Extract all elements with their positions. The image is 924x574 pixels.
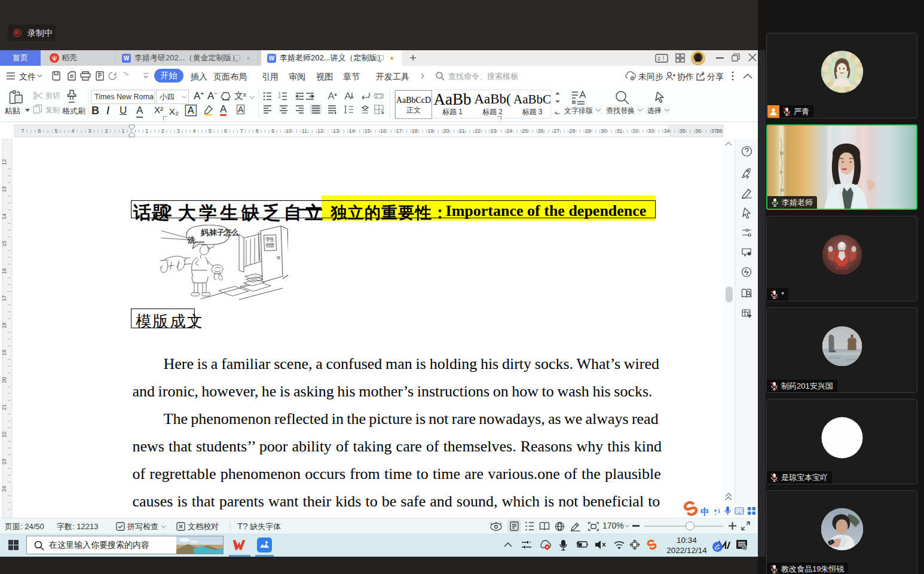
svg-text:6: 6	[224, 128, 227, 134]
svg-text:29: 29	[585, 128, 591, 134]
svg-text:3: 3	[177, 128, 180, 134]
svg-text:27: 27	[553, 128, 559, 134]
svg-text:11: 11	[302, 128, 307, 134]
svg-text:31: 31	[616, 128, 622, 134]
svg-text:妈,袜子怎么: 妈,袜子怎么	[200, 228, 240, 237]
svg-text:18: 18	[412, 128, 418, 134]
svg-text:1: 1	[121, 128, 124, 134]
svg-text:34: 34	[663, 128, 669, 134]
svg-text:35: 35	[680, 128, 686, 134]
svg-text:18: 18	[1, 322, 7, 328]
svg-text:2: 2	[161, 128, 164, 134]
svg-text:24: 24	[506, 128, 512, 134]
svg-text:2: 2	[105, 128, 108, 134]
svg-text:15: 15	[1, 241, 7, 247]
svg-text:4: 4	[71, 128, 74, 134]
svg-text:2: 2	[657, 56, 660, 62]
svg-text:36: 36	[695, 128, 701, 134]
svg-text:12: 12	[1, 159, 7, 165]
svg-text:洗......: 洗......	[187, 236, 204, 245]
svg-text:26: 26	[538, 128, 544, 134]
svg-text:10: 10	[286, 128, 292, 134]
svg-text:24: 24	[1, 486, 7, 492]
svg-text:38: 38	[716, 128, 722, 134]
svg-text:5: 5	[54, 128, 57, 134]
svg-text:22: 22	[475, 128, 481, 134]
svg-text:17: 17	[1, 295, 7, 301]
svg-text:学生: 学生	[265, 236, 275, 243]
svg-text:8: 8	[256, 128, 259, 134]
svg-text:2: 2	[279, 95, 281, 99]
svg-text:22: 22	[1, 431, 7, 437]
svg-text:20: 20	[443, 128, 449, 134]
svg-text:12: 12	[317, 128, 323, 134]
svg-text:33: 33	[648, 128, 654, 134]
svg-text:13: 13	[1, 186, 7, 192]
svg-text:3: 3	[88, 128, 91, 134]
svg-text:21: 21	[459, 128, 465, 134]
svg-text:20: 20	[1, 377, 7, 383]
svg-text:14: 14	[348, 128, 354, 134]
svg-text:宿舍: 宿舍	[265, 242, 275, 249]
svg-text:4: 4	[192, 128, 195, 134]
svg-text:19: 19	[427, 128, 433, 134]
svg-text:16: 16	[380, 128, 386, 134]
svg-text:16: 16	[1, 268, 7, 274]
svg-text:19: 19	[1, 350, 7, 356]
svg-text:13: 13	[333, 128, 339, 134]
svg-text:15: 15	[365, 128, 371, 134]
svg-text:23: 23	[491, 128, 497, 134]
svg-text:7: 7	[240, 128, 243, 134]
svg-text:30: 30	[601, 128, 607, 134]
svg-text:1: 1	[145, 128, 148, 134]
svg-text:21: 21	[1, 404, 7, 410]
svg-text:9: 9	[271, 128, 274, 134]
svg-text:5: 5	[209, 128, 212, 134]
svg-text:17: 17	[396, 128, 402, 134]
svg-text:6: 6	[38, 128, 41, 134]
svg-text:23: 23	[1, 459, 7, 465]
svg-text:14: 14	[1, 213, 7, 219]
svg-text:28: 28	[569, 128, 575, 134]
svg-text:7: 7	[21, 128, 24, 134]
svg-text:25: 25	[522, 128, 528, 134]
svg-text:32: 32	[632, 128, 638, 134]
